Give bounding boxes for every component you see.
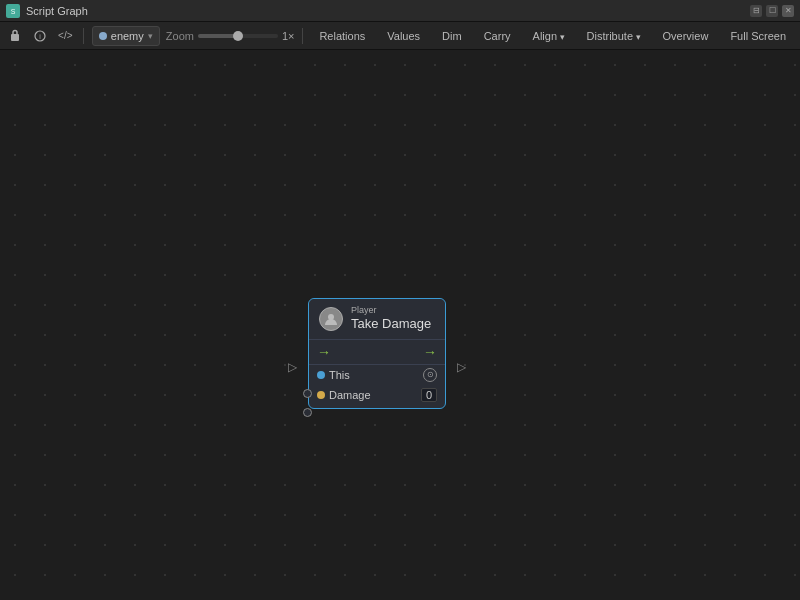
canvas-area[interactable]: ▷ ▷ Player Take Damage bbox=[0, 50, 800, 600]
title-bar: S Script Graph ⊟ ☐ ✕ bbox=[0, 0, 800, 22]
minimize-button[interactable]: ⊟ bbox=[750, 5, 762, 17]
damage-port-value[interactable]: 0 bbox=[421, 388, 437, 402]
node[interactable]: Player Take Damage → → This ⊙ Damage 0 bbox=[308, 298, 446, 409]
window-controls: ⊟ ☐ ✕ bbox=[750, 5, 794, 17]
app-icon: S bbox=[6, 4, 20, 18]
flow-in-arrow: → bbox=[317, 344, 331, 360]
toolbar: i </> enemy ▾ Zoom 1× Relations Values D… bbox=[0, 22, 800, 50]
maximize-button[interactable]: ☐ bbox=[766, 5, 778, 17]
info-button[interactable]: i bbox=[31, 26, 50, 46]
svg-text:i: i bbox=[40, 33, 42, 40]
code-button[interactable]: </> bbox=[56, 26, 75, 46]
divider-1 bbox=[83, 28, 84, 44]
relations-button[interactable]: Relations bbox=[311, 26, 373, 46]
close-button[interactable]: ✕ bbox=[782, 5, 794, 17]
fullscreen-button[interactable]: Full Screen bbox=[722, 26, 794, 46]
zoom-label: Zoom bbox=[166, 30, 194, 42]
node-container: ▷ ▷ Player Take Damage bbox=[308, 298, 446, 409]
node-avatar bbox=[319, 307, 343, 331]
this-port-left[interactable] bbox=[303, 389, 312, 398]
distribute-button[interactable]: Distribute bbox=[579, 26, 649, 46]
right-flow-port[interactable]: ▷ bbox=[457, 360, 466, 374]
zoom-value: 1× bbox=[282, 30, 295, 42]
values-button[interactable]: Values bbox=[379, 26, 428, 46]
node-title: Take Damage bbox=[351, 316, 431, 333]
carry-button[interactable]: Carry bbox=[476, 26, 519, 46]
window-title: Script Graph bbox=[26, 5, 744, 17]
dim-button[interactable]: Dim bbox=[434, 26, 470, 46]
node-subtitle: Player bbox=[351, 305, 431, 316]
zoom-slider[interactable] bbox=[198, 34, 278, 38]
this-port-target-icon[interactable]: ⊙ bbox=[423, 368, 437, 382]
damage-port-left[interactable] bbox=[303, 408, 312, 417]
entity-name: enemy bbox=[111, 30, 144, 42]
damage-port-row: Damage 0 bbox=[309, 385, 445, 408]
entity-selector[interactable]: enemy ▾ bbox=[92, 26, 160, 46]
svg-text:S: S bbox=[11, 8, 16, 15]
flow-out-arrow: → bbox=[423, 344, 437, 360]
entity-dot-icon bbox=[99, 32, 107, 40]
svg-rect-2 bbox=[11, 34, 19, 41]
damage-port-label: Damage bbox=[329, 389, 417, 401]
this-port-dot bbox=[317, 371, 325, 379]
lock-button[interactable] bbox=[6, 26, 25, 46]
zoom-container: Zoom 1× bbox=[166, 30, 295, 42]
divider-2 bbox=[302, 28, 303, 44]
this-port-label: This bbox=[329, 369, 419, 381]
align-button[interactable]: Align bbox=[525, 26, 573, 46]
damage-port-dot bbox=[317, 391, 325, 399]
overview-button[interactable]: Overview bbox=[655, 26, 717, 46]
entity-dropdown-icon: ▾ bbox=[148, 31, 153, 41]
node-flow-row: → → bbox=[309, 340, 445, 365]
node-title-area: Player Take Damage bbox=[351, 305, 431, 333]
node-header: Player Take Damage bbox=[309, 299, 445, 340]
this-port-row: This ⊙ bbox=[309, 365, 445, 385]
left-flow-port[interactable]: ▷ bbox=[288, 360, 297, 374]
